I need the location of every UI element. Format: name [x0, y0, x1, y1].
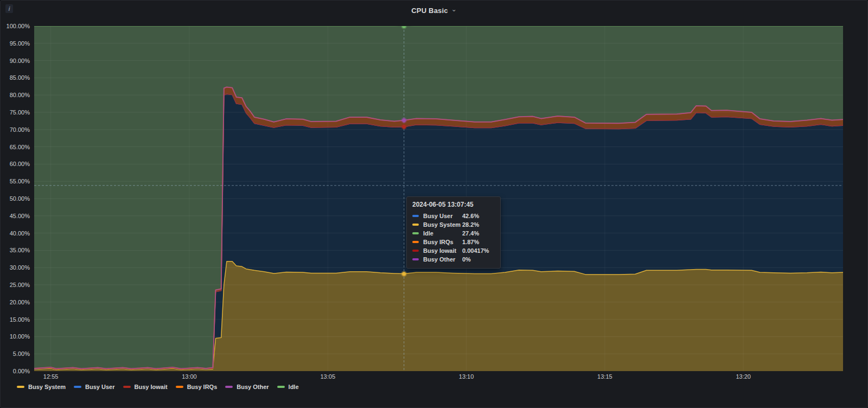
- panel-title[interactable]: CPU Basic: [411, 7, 448, 15]
- legend-label: Idle: [289, 384, 299, 390]
- series-swatch-icon: [412, 250, 419, 252]
- y-tick-label: 10.00%: [2, 333, 30, 340]
- y-tick-label: 0.00%: [2, 368, 30, 374]
- tooltip-row: Busy Other0%: [412, 255, 495, 264]
- x-tick-label: 12:55: [43, 373, 59, 380]
- series-swatch-icon: [17, 386, 24, 388]
- legend-label: Busy User: [85, 384, 114, 390]
- tooltip-series-name: Busy User: [423, 213, 462, 219]
- panel-title-menu[interactable]: CPU Basic ⌄: [411, 7, 457, 15]
- tooltip-series-name: Busy System: [423, 221, 462, 228]
- chevron-down-icon: ⌄: [451, 7, 457, 12]
- series-swatch-icon: [74, 386, 81, 388]
- tooltip-row: Busy System28.2%: [412, 220, 495, 229]
- y-tick-label: 15.00%: [2, 316, 30, 323]
- tooltip: 2024-06-05 13:07:45 Busy User42.6%Busy S…: [406, 196, 501, 269]
- series-swatch-icon: [277, 386, 285, 388]
- x-tick-label: 13:10: [459, 373, 474, 380]
- y-tick-label: 45.00%: [2, 213, 30, 219]
- legend-label: Busy Iowait: [135, 384, 168, 390]
- y-tick-label: 30.00%: [2, 264, 30, 271]
- legend-item-idle[interactable]: Idle: [277, 384, 299, 390]
- y-tick-label: 80.00%: [2, 92, 30, 98]
- crosshair-point-busy-system: [402, 272, 406, 276]
- y-tick-label: 20.00%: [2, 299, 30, 305]
- series-swatch-icon: [412, 224, 419, 226]
- legend-item-busy-other[interactable]: Busy Other: [225, 384, 269, 390]
- tooltip-row: Busy IRQs1.87%: [412, 238, 495, 246]
- tooltip-series-name: Busy Iowait: [423, 247, 462, 254]
- tooltip-series-value: 0.00417%: [462, 247, 489, 254]
- legend-label: Busy IRQs: [187, 384, 218, 390]
- y-tick-label: 55.00%: [2, 178, 30, 184]
- legend-label: Busy System: [28, 384, 66, 390]
- y-tick-label: 40.00%: [2, 230, 30, 237]
- y-tick-label: 85.00%: [2, 74, 30, 81]
- tooltip-row: Busy User42.6%: [412, 212, 495, 220]
- y-tick-label: 5.00%: [2, 350, 30, 357]
- series-swatch-icon: [412, 215, 419, 217]
- y-tick-label: 50.00%: [2, 195, 30, 202]
- series-swatch-icon: [412, 241, 419, 243]
- tooltip-row: Idle27.4%: [412, 229, 495, 238]
- tooltip-series-value: 0%: [462, 256, 471, 263]
- series-swatch-icon: [412, 232, 419, 234]
- y-tick-label: 65.00%: [2, 144, 30, 150]
- panel-header: i CPU Basic ⌄: [1, 1, 867, 20]
- tooltip-series-value: 28.2%: [462, 221, 479, 228]
- tooltip-series-value: 27.4%: [462, 230, 479, 237]
- grafana-panel: i CPU Basic ⌄ 0.00%5.00%10.00%15.00%20.0…: [0, 0, 868, 408]
- crosshair-point-busy-other: [402, 118, 406, 122]
- tooltip-series-name: Busy IRQs: [423, 239, 462, 245]
- tooltip-series-value: 42.6%: [462, 213, 479, 219]
- info-icon[interactable]: i: [5, 4, 13, 13]
- series-swatch-icon: [225, 386, 233, 388]
- legend-item-busy-irqs[interactable]: Busy IRQs: [176, 384, 218, 390]
- crosshair-point-busy-iowait: [402, 125, 406, 129]
- x-tick-label: 13:15: [597, 373, 612, 380]
- y-tick-label: 35.00%: [2, 247, 30, 253]
- x-tick-label: 13:00: [182, 373, 197, 380]
- x-tick-label: 13:05: [320, 373, 335, 380]
- y-tick-label: 60.00%: [2, 161, 30, 167]
- tooltip-row: Busy Iowait0.00417%: [412, 246, 495, 255]
- tooltip-timestamp: 2024-06-05 13:07:45: [412, 201, 495, 208]
- y-tick-label: 100.00%: [2, 23, 30, 29]
- tooltip-series-name: Busy Other: [423, 256, 462, 263]
- legend-item-busy-user[interactable]: Busy User: [74, 384, 114, 390]
- y-tick-label: 90.00%: [2, 58, 30, 64]
- y-tick-label: 70.00%: [2, 126, 30, 133]
- legend-label: Busy Other: [237, 384, 269, 390]
- legend: Busy SystemBusy UserBusy IowaitBusy IRQs…: [17, 384, 299, 390]
- x-tick-label: 13:20: [736, 373, 751, 380]
- legend-item-busy-iowait[interactable]: Busy Iowait: [123, 384, 168, 390]
- y-tick-label: 75.00%: [2, 109, 30, 116]
- series-swatch-icon: [176, 386, 183, 388]
- series-swatch-icon: [412, 258, 419, 260]
- y-tick-label: 25.00%: [2, 282, 30, 288]
- tooltip-series-value: 1.87%: [462, 239, 479, 245]
- series-swatch-icon: [123, 386, 131, 388]
- legend-item-busy-system[interactable]: Busy System: [17, 384, 66, 390]
- tooltip-series-name: Idle: [423, 230, 462, 237]
- y-tick-label: 95.00%: [2, 40, 30, 47]
